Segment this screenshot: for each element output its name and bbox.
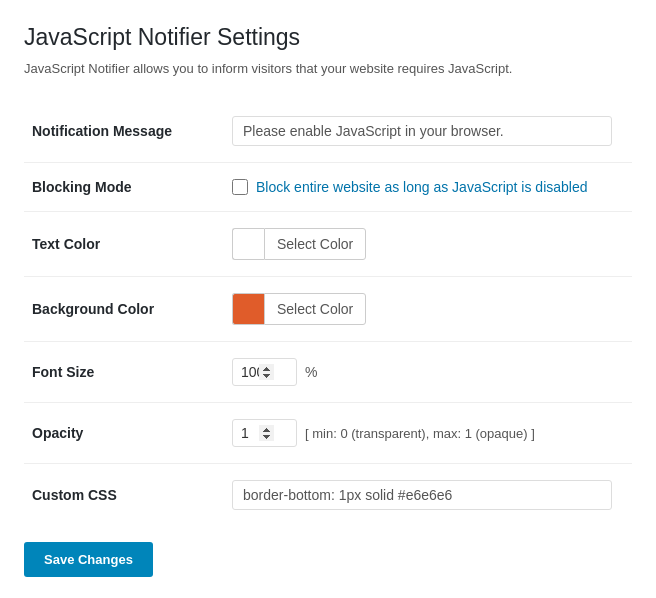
background-color-swatch[interactable] <box>232 293 264 325</box>
text-color-select-button[interactable]: Select Color <box>264 228 366 260</box>
font-size-row: % <box>232 358 624 386</box>
page-title: JavaScript Notifier Settings <box>24 24 632 51</box>
row-background-color: Background Color Select Color <box>24 277 632 342</box>
control-background-color: Select Color <box>224 277 632 342</box>
control-font-size: % <box>224 342 632 403</box>
control-blocking-mode: Block entire website as long as JavaScri… <box>224 163 632 212</box>
text-color-swatch[interactable] <box>232 228 264 260</box>
row-notification-message: Notification Message <box>24 100 632 163</box>
text-color-picker-row: Select Color <box>232 228 624 260</box>
row-opacity: Opacity [ min: 0 (transparent), max: 1 (… <box>24 403 632 464</box>
opacity-row: [ min: 0 (transparent), max: 1 (opaque) … <box>232 419 624 447</box>
save-changes-button[interactable]: Save Changes <box>24 542 153 577</box>
page-description: JavaScript Notifier allows you to inform… <box>24 61 632 76</box>
row-text-color: Text Color Select Color <box>24 212 632 277</box>
label-custom-css: Custom CSS <box>24 464 224 527</box>
label-text-color: Text Color <box>24 212 224 277</box>
font-size-spinner <box>232 358 297 386</box>
custom-css-input[interactable] <box>232 480 612 510</box>
control-text-color: Select Color <box>224 212 632 277</box>
control-custom-css <box>224 464 632 527</box>
font-size-input[interactable] <box>232 358 297 386</box>
control-opacity: [ min: 0 (transparent), max: 1 (opaque) … <box>224 403 632 464</box>
label-notification-message: Notification Message <box>24 100 224 163</box>
blocking-mode-row: Block entire website as long as JavaScri… <box>232 179 624 195</box>
label-background-color: Background Color <box>24 277 224 342</box>
opacity-spinner <box>232 419 297 447</box>
opacity-input[interactable] <box>232 419 297 447</box>
row-font-size: Font Size % <box>24 342 632 403</box>
label-font-size: Font Size <box>24 342 224 403</box>
settings-table: Notification Message Blocking Mode Block… <box>24 100 632 526</box>
label-opacity: Opacity <box>24 403 224 464</box>
row-custom-css: Custom CSS <box>24 464 632 527</box>
font-size-unit: % <box>305 364 317 380</box>
background-color-picker-row: Select Color <box>232 293 624 325</box>
row-blocking-mode: Blocking Mode Block entire website as lo… <box>24 163 632 212</box>
label-blocking-mode: Blocking Mode <box>24 163 224 212</box>
notification-message-input[interactable] <box>232 116 612 146</box>
background-color-select-button[interactable]: Select Color <box>264 293 366 325</box>
page-container: JavaScript Notifier Settings JavaScript … <box>0 0 656 598</box>
blocking-mode-label: Block entire website as long as JavaScri… <box>256 179 588 195</box>
blocking-mode-checkbox[interactable] <box>232 179 248 195</box>
control-notification-message <box>224 100 632 163</box>
opacity-hint: [ min: 0 (transparent), max: 1 (opaque) … <box>305 426 535 441</box>
